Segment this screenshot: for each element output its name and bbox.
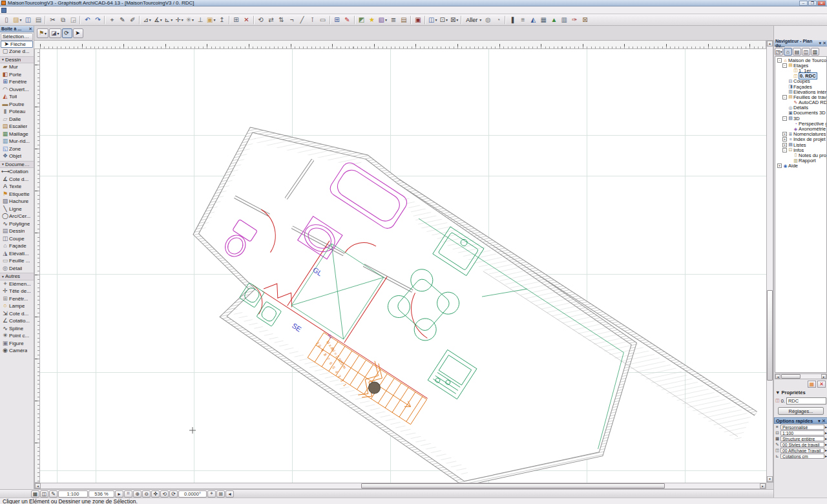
toolbox-item[interactable]: ▤ Dessin xyxy=(0,227,34,235)
ruler-vertical[interactable] xyxy=(34,49,40,483)
toolbar-icon-renovation[interactable]: ✎ xyxy=(342,15,353,25)
toolbox-item[interactable]: ◧ Porte xyxy=(0,71,34,79)
tree-expander-icon[interactable] xyxy=(788,158,792,163)
scroll-down-icon[interactable]: ▾ xyxy=(767,476,773,482)
dropdown-arrow-icon[interactable]: ▾ xyxy=(435,17,437,22)
toolbox-item[interactable]: ❖ Objet xyxy=(0,152,34,160)
toolbar-icon[interactable] xyxy=(253,16,255,25)
toolbar-icon-intersect[interactable]: ⊺ xyxy=(308,15,318,25)
tree-expander-icon[interactable] xyxy=(788,100,792,105)
close-button[interactable]: ✕ xyxy=(817,1,826,6)
toolbar-icon-snap-points[interactable]: ✳▾ xyxy=(185,15,195,25)
toolbar-icon-inject-parameters[interactable]: ✐ xyxy=(127,15,138,25)
toolbox-item[interactable]: ▣ Figure xyxy=(0,340,34,348)
toolbar-icon[interactable] xyxy=(104,16,105,25)
menu-item[interactable] xyxy=(24,7,32,14)
toolbox-item[interactable]: ▥ Mur-rid... xyxy=(0,138,34,145)
toolbar-icon-quick-layers[interactable]: ◩ xyxy=(357,15,367,25)
toolbar-icon-3d-window[interactable]: ▣ xyxy=(413,15,423,25)
menu-item[interactable] xyxy=(16,7,24,14)
scroll-up-icon[interactable]: ▴ xyxy=(767,41,773,47)
toolbar-icon-pick-up-parameters[interactable]: ✎ xyxy=(117,15,127,25)
toolbar-icon-teamwork-b[interactable]: ≡ xyxy=(518,15,528,25)
story-name-field[interactable]: RDC xyxy=(786,397,826,404)
tree-expander-icon[interactable]: + xyxy=(777,163,782,168)
toolbar-icon-find-select[interactable]: ⌖ xyxy=(107,15,117,25)
toolbox-item[interactable]: ▬ Poutre xyxy=(0,101,34,109)
tree-expander-icon[interactable]: + xyxy=(782,137,787,142)
toolbox-item[interactable]: ◯ Arc/Cer... xyxy=(0,213,34,220)
dropdown-arrow-icon[interactable]: ▾ xyxy=(171,17,173,22)
toolbar-icon[interactable] xyxy=(505,16,506,25)
quick-options-close-icon[interactable]: ✕ xyxy=(822,418,826,424)
toolbox-item[interactable]: ▰ Mur xyxy=(0,63,34,71)
toolbox-item[interactable]: ▼ Documentat xyxy=(0,161,34,169)
toolbar-icon-mirror[interactable]: ⇄ xyxy=(266,15,277,25)
toolbox-item[interactable]: ▭ Feuille ... xyxy=(0,257,34,265)
bottom-toolbar-control-pen-weight[interactable]: ✎ xyxy=(49,490,58,498)
toolbox-item[interactable]: ◠ Ouvert... xyxy=(0,86,34,94)
minimize-button[interactable]: – xyxy=(799,1,808,6)
bottom-toolbar-control-rotate-right[interactable]: ⟳ xyxy=(169,490,178,498)
toolbox-item[interactable]: ⇲ Cote d... xyxy=(0,310,34,318)
bottom-toolbar-control-zoom-out[interactable]: ⊖ xyxy=(142,490,151,498)
toolbar-icon[interactable] xyxy=(461,16,462,25)
navigator-toolbar-button-view-map[interactable]: ▤ xyxy=(793,48,801,56)
toolbox-item[interactable]: ▨ Hachure xyxy=(0,198,34,205)
menu-item[interactable] xyxy=(32,7,39,14)
toolbar-icon-teamwork-a[interactable]: ❚ xyxy=(507,15,518,25)
toolbox-item[interactable]: ➤ Flèche xyxy=(1,41,33,48)
tree-expander-icon[interactable] xyxy=(782,105,787,110)
toolbar-icon-view-options[interactable]: ⊡▾ xyxy=(438,15,448,25)
toolbar-icon[interactable] xyxy=(410,16,412,25)
dropdown-arrow-icon[interactable]: ▾ xyxy=(58,31,59,36)
quick-option-value[interactable]: 1:100 xyxy=(780,430,824,436)
quick-option-value[interactable]: Cotations cm xyxy=(780,454,824,459)
scroll-right-icon[interactable]: ▸ xyxy=(821,374,826,379)
vertical-scrollbar[interactable]: ▴ ▾ xyxy=(766,40,773,483)
toolbar-icon-suspend-groups[interactable]: ↥ xyxy=(217,15,227,25)
quick-options-menu-icon[interactable]: ▾ xyxy=(818,418,821,424)
toolbar-icon-guide-lines[interactable]: ✛▾ xyxy=(174,15,184,25)
quick-option-value[interactable]: 00 Styles de travail xyxy=(780,442,824,447)
toolbar-icon[interactable] xyxy=(139,16,140,25)
tree-item[interactable]: ▣ Documents 3D xyxy=(775,110,826,116)
tree-expander-icon[interactable]: - xyxy=(777,58,782,63)
toolbar-icon-gravity[interactable]: ⊥ xyxy=(195,15,205,25)
toolbox-item[interactable]: ◱ Zone xyxy=(0,145,34,153)
bottom-toolbar-control-pan[interactable]: ✜ xyxy=(151,490,160,498)
toolbar-icon-archive[interactable]: ⊠ xyxy=(580,15,590,25)
toolbar-icon-favorites[interactable]: ★ xyxy=(367,15,377,25)
quick-option-value[interactable]: Personnalisé xyxy=(780,425,824,430)
navigator-toolbar-button-layout-book[interactable]: ◫ xyxy=(802,48,810,56)
bottom-toolbar-control-nav-back[interactable]: ◂ xyxy=(225,490,234,498)
toolbar-icon-organizer[interactable]: ▥ xyxy=(559,15,569,25)
toolbox-item[interactable]: ✦ Elémen... xyxy=(0,280,34,288)
tree-item[interactable]: ▥ Rapport xyxy=(775,158,826,163)
toolbar-icon[interactable] xyxy=(424,16,426,25)
toolbar-icon-open[interactable]: ▨▾ xyxy=(12,15,23,25)
dropdown-arrow-icon[interactable]: ▾ xyxy=(149,17,151,22)
toolbox-item[interactable]: ◎ Détail xyxy=(0,265,34,273)
tree-expander-icon[interactable] xyxy=(788,74,792,78)
toolbox-item[interactable]: A Texte xyxy=(0,183,34,191)
toolbar-icon-paste[interactable]: ◲ xyxy=(68,15,78,25)
tree-expander-icon[interactable] xyxy=(782,110,787,115)
dropdown-arrow-icon[interactable]: ▾ xyxy=(45,31,47,36)
toolbar-icon-teamwork-send[interactable]: ◭ xyxy=(528,15,538,25)
toolbox-item[interactable]: ⚑ Etiquette xyxy=(0,191,34,198)
toolbar-icon[interactable] xyxy=(330,16,331,25)
bottom-toolbar-control-scale-field[interactable]: 1:100 xyxy=(58,490,88,498)
toolbar-icon-trim[interactable]: ✕ xyxy=(242,15,252,25)
toolbox-item[interactable]: ▢ Zone d... xyxy=(0,48,34,56)
toolbar-icon-redo[interactable]: ↷ xyxy=(92,15,103,25)
toolbox-item[interactable]: ▼ Dessin xyxy=(0,56,34,64)
document-icon[interactable] xyxy=(1,8,6,13)
toolbar-icon-model-view-options[interactable]: ▤ xyxy=(399,15,409,25)
bottom-toolbar-control-fills-toggle[interactable]: ◫ xyxy=(40,490,48,498)
scroll-left-icon[interactable]: ◂ xyxy=(35,483,41,488)
toolbox-item[interactable]: ⟷ Cotation xyxy=(0,168,34,176)
toolbar-icon-undo[interactable]: ↶ xyxy=(82,15,92,25)
quick-option-row[interactable]: ▦ Structure entière ▸ xyxy=(774,436,827,441)
navigator-menu-icon[interactable]: ▾ xyxy=(819,41,822,46)
